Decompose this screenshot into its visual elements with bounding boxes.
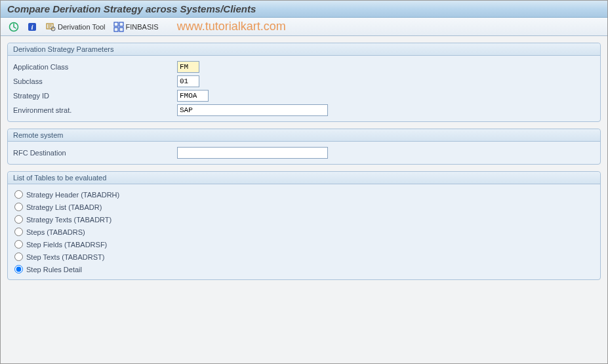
svg-rect-5 [114, 22, 118, 26]
table-radio[interactable] [14, 265, 23, 273]
execute-icon [9, 22, 19, 32]
table-radio[interactable] [14, 190, 23, 199]
field-row-strategy-id: Strategy ID [13, 89, 595, 103]
group-tables-body: Strategy Header (TABADRH)Strategy List (… [8, 184, 600, 279]
field-row-env-strat: Environment strat. [13, 103, 595, 117]
finbasis-label: FINBASIS [126, 23, 159, 31]
table-radio-row: Step Rules Detail [13, 263, 595, 275]
info-button[interactable]: i [24, 20, 40, 33]
derivation-tool-icon [45, 22, 56, 32]
field-row-app-class: Application Class [13, 60, 595, 74]
table-radio-row: Step Fields (TABADRSF) [13, 238, 595, 251]
table-radio-label[interactable]: Strategy Texts (TABADRT) [26, 216, 111, 224]
strategy-id-field[interactable] [177, 90, 209, 102]
subclass-label: Subclass [13, 77, 177, 85]
info-icon: i [27, 22, 37, 32]
field-row-subclass: Subclass [13, 74, 595, 89]
table-radio[interactable] [14, 240, 23, 249]
env-strat-field[interactable] [177, 104, 328, 116]
group-remote-title: Remote system [8, 129, 600, 142]
app-class-field[interactable] [177, 61, 199, 73]
table-radio[interactable] [14, 215, 23, 224]
rfc-dest-label: RFC Destination [13, 149, 177, 157]
table-radio-label[interactable]: Step Rules Detail [26, 266, 82, 273]
group-params-body: Application Class Subclass Strategy ID E… [8, 56, 600, 121]
svg-rect-7 [114, 28, 118, 31]
subclass-field[interactable] [177, 75, 199, 87]
group-remote-body: RFC Destination [8, 142, 600, 164]
app-class-label: Application Class [13, 63, 177, 71]
table-radio-label[interactable]: Strategy List (TABADR) [26, 203, 102, 211]
group-tables: List of Tables to be evaluated Strategy … [7, 171, 601, 280]
svg-rect-8 [119, 28, 123, 31]
finbasis-icon [113, 22, 124, 32]
table-radio-label[interactable]: Step Fields (TABADRSF) [26, 241, 107, 249]
table-radio[interactable] [14, 253, 23, 261]
group-tables-title: List of Tables to be evaluated [8, 172, 600, 184]
form-area: Derivation Strategy Parameters Applicati… [1, 36, 607, 287]
watermark-text: www.tutorialkart.com [177, 20, 286, 33]
table-radio-row: Strategy Texts (TABADRT) [13, 213, 595, 226]
table-radio-label[interactable]: Steps (TABADRS) [26, 228, 85, 236]
execute-button[interactable] [6, 20, 22, 33]
group-params: Derivation Strategy Parameters Applicati… [7, 43, 601, 122]
page-title: Compare Derivation Strategy across Syste… [7, 3, 256, 14]
rfc-dest-field[interactable] [177, 147, 328, 159]
derivation-tool-label: Derivation Tool [58, 23, 106, 31]
group-params-title: Derivation Strategy Parameters [8, 43, 600, 56]
table-radio[interactable] [14, 203, 23, 211]
strategy-id-label: Strategy ID [13, 92, 177, 100]
table-radio-label[interactable]: Strategy Header (TABADRH) [26, 191, 119, 199]
env-strat-label: Environment strat. [13, 106, 177, 114]
table-radio-row: Strategy Header (TABADRH) [13, 188, 595, 201]
window-title-bar: Compare Derivation Strategy across Syste… [1, 1, 607, 18]
group-remote: Remote system RFC Destination [7, 129, 601, 165]
svg-rect-6 [119, 22, 123, 26]
table-radio[interactable] [14, 228, 23, 236]
table-radio-row: Strategy List (TABADR) [13, 201, 595, 213]
table-radio-row: Step Texts (TABADRST) [13, 251, 595, 263]
derivation-tool-button[interactable]: Derivation Tool [43, 20, 108, 33]
finbasis-button[interactable]: FINBASIS [111, 20, 161, 33]
field-row-rfc-dest: RFC Destination [13, 146, 595, 160]
table-radio-row: Steps (TABADRS) [13, 226, 595, 238]
toolbar: i Derivation Tool FINBASIS www.tutorialk… [1, 18, 607, 36]
table-radio-label[interactable]: Step Texts (TABADRST) [26, 253, 104, 261]
